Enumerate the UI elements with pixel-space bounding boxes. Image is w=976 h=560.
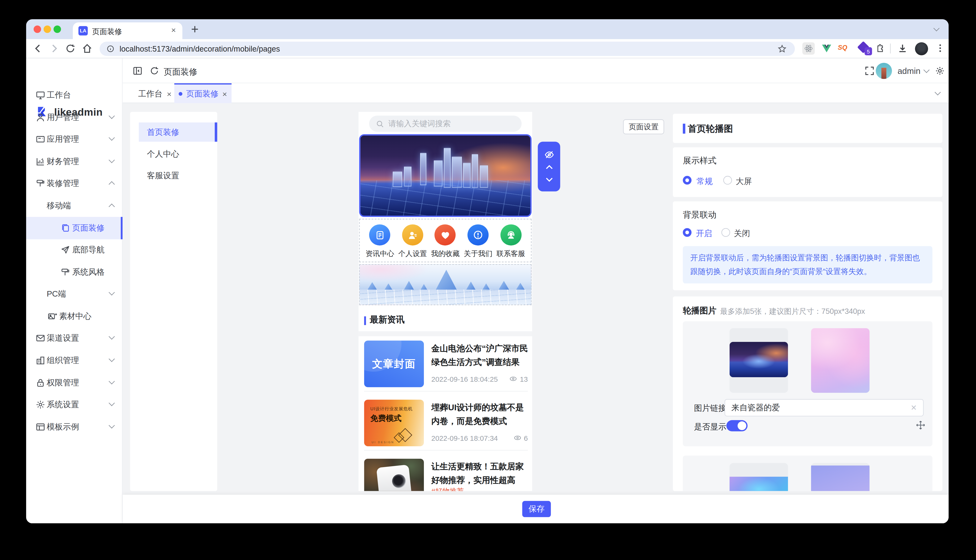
sidebar-item-mobile[interactable]: 移动端 (26, 195, 123, 217)
page-settings-button[interactable]: 页面设置 (623, 119, 664, 134)
sidebar-item-permissions[interactable]: 权限管理 (26, 372, 123, 394)
page-item-service[interactable]: 客服设置 (139, 166, 215, 185)
sidebar-item-bottom-nav[interactable]: 底部导航 (26, 239, 123, 261)
settings-gear-icon[interactable] (935, 66, 945, 76)
collapse-sidebar-icon[interactable] (132, 66, 142, 76)
phone-nav-grid[interactable]: 资讯中心 个人设置 我的收藏 关于我们 联系客服 (359, 219, 531, 262)
radio-off[interactable] (722, 228, 730, 237)
downloads-icon[interactable] (897, 43, 908, 54)
browser-menu-icon[interactable] (935, 43, 946, 53)
sidebar-item-workbench[interactable]: 工作台 (26, 84, 123, 106)
sidebar-item-apps[interactable]: 应用管理 (26, 128, 123, 150)
extensions-puzzle-icon[interactable] (874, 43, 885, 53)
news-title-bar (364, 317, 366, 325)
carousel-hint: 最多添加5张，建议图片尺寸：750px*340px (720, 307, 865, 317)
avatar[interactable] (876, 63, 892, 79)
forward-icon[interactable] (48, 43, 60, 54)
site-info-icon[interactable] (106, 45, 115, 53)
radio-normal[interactable] (683, 176, 692, 185)
back-icon[interactable] (32, 43, 44, 54)
minimize-window-button[interactable] (43, 25, 51, 33)
sidebar-item-system-settings[interactable]: 系统设置 (26, 393, 123, 416)
close-tab-icon[interactable]: × (171, 26, 176, 34)
tab-workbench[interactable]: 工作台× (138, 88, 172, 100)
lock-icon (35, 378, 45, 388)
radio-on-label[interactable]: 开启 (696, 228, 712, 240)
nav-item-about[interactable]: 关于我们 (462, 224, 494, 262)
carousel-thumb-slot[interactable] (730, 463, 788, 491)
sidebar-item-system-style[interactable]: 系统风格 (26, 261, 123, 283)
reload-icon[interactable] (65, 43, 76, 54)
radio-on[interactable] (683, 228, 692, 237)
carousel-banner-secondary[interactable] (359, 264, 531, 305)
widget-toolbar[interactable] (538, 142, 560, 192)
close-tab-icon[interactable]: × (222, 89, 227, 98)
tab-search-icon[interactable] (934, 25, 940, 32)
sidebar-item-decoration[interactable]: 装修管理 (26, 172, 123, 195)
show-toggle[interactable] (727, 420, 748, 432)
browser-tab[interactable]: LA 页面装修 × (73, 22, 182, 39)
close-tab-icon[interactable]: × (167, 90, 172, 98)
close-window-button[interactable] (33, 25, 41, 33)
sidebar-item-page-decoration[interactable]: 页面装修 (26, 217, 123, 239)
background-image-slot[interactable] (811, 328, 870, 393)
carousel-thumb-slot[interactable] (730, 328, 788, 393)
phone-preview: 请输入关键词搜索 资讯中心 (359, 112, 532, 491)
radio-off-label[interactable]: 关闭 (734, 228, 750, 240)
bookmark-star-icon[interactable] (777, 44, 787, 53)
eye-icon (513, 434, 521, 442)
image-link-input[interactable]: 来自瓷器的爱 ✕ (725, 399, 924, 417)
phone-search-bar[interactable]: 请输入关键词搜索 (369, 116, 521, 132)
nav-item-contact-service[interactable]: 联系客服 (495, 224, 527, 262)
sq-extension-icon[interactable]: SQ (838, 43, 847, 51)
radio-bigscreen-label[interactable]: 大屏 (736, 176, 752, 187)
nav-item-news[interactable]: 资讯中心 (364, 224, 396, 262)
user-name[interactable]: admin (897, 67, 920, 76)
article-title[interactable]: 金山电池公布“沪广深市民绿色生活方式”调查结果 (431, 342, 529, 369)
move-down-icon[interactable] (545, 175, 554, 184)
user-menu-chevron-icon[interactable] (923, 67, 930, 73)
page-item-home[interactable]: 首页装修 (139, 122, 215, 142)
address-bar[interactable]: localhost:5173/admin/decoration/mobile/p… (100, 42, 795, 56)
nav-item-profile-settings[interactable]: 个人设置 (396, 224, 429, 262)
hide-widget-icon[interactable] (544, 149, 554, 160)
refresh-page-icon[interactable] (149, 66, 159, 76)
sidebar-item-material-center[interactable]: 素材中心 (26, 305, 123, 328)
nav-item-favorites[interactable]: 我的收藏 (429, 224, 461, 262)
browser-profile-avatar[interactable] (915, 42, 928, 55)
tab-page-decoration[interactable]: 页面装修× (174, 83, 232, 103)
react-devtools-icon[interactable] (802, 42, 815, 55)
search-icon (376, 120, 384, 128)
sidebar-item-organization[interactable]: 组织管理 (26, 349, 123, 372)
article-title[interactable]: 让生活更精致！五款居家好物推荐，实用性超高 (431, 460, 529, 487)
article-cover[interactable] (364, 459, 424, 491)
save-button[interactable]: 保存 (522, 501, 551, 517)
zoom-window-button[interactable] (53, 25, 61, 33)
fullscreen-icon[interactable] (864, 66, 874, 76)
sidebar-item-pc[interactable]: PC端 (26, 283, 123, 305)
radio-normal-label[interactable]: 常规 (697, 176, 712, 187)
sidebar-item-finance[interactable]: 财务管理 (26, 150, 123, 173)
radio-bigscreen[interactable] (724, 176, 732, 185)
sidebar-item-template-examples[interactable]: 模板示例 (26, 416, 123, 438)
move-up-icon[interactable] (545, 162, 554, 172)
background-image-slot[interactable] (811, 463, 870, 491)
sidebar-item-channel[interactable]: 渠道设置 (26, 327, 123, 349)
sidebar-item-users[interactable]: 用户管理 (26, 106, 123, 128)
carousel-banner-selected[interactable] (359, 134, 531, 217)
page-list-card: 首页装修 个人中心 客服设置 (130, 112, 217, 491)
page-item-profile[interactable]: 个人中心 (139, 144, 215, 163)
clear-input-icon[interactable]: ✕ (911, 403, 917, 412)
article-cover[interactable]: 文章封面 (364, 341, 424, 387)
tabbar-more-chevron-icon[interactable] (935, 89, 941, 95)
image-plus-icon (47, 312, 57, 321)
new-tab-icon[interactable] (190, 24, 200, 34)
vue-devtools-icon[interactable] (821, 43, 832, 54)
panel-title: 首页轮播图 (688, 123, 733, 135)
article-date: 2022-09-16 18:04:25 (431, 375, 498, 383)
drag-move-icon[interactable] (916, 420, 926, 430)
home-icon[interactable] (82, 43, 93, 54)
article-cover[interactable]: UI设计行业发展危机 免费模式 UI DESIGN (364, 400, 424, 446)
article-title[interactable]: 埋葬UI设计师的坟墓不是内卷，而是免费模式 (431, 401, 529, 428)
active-indicator (215, 122, 217, 142)
